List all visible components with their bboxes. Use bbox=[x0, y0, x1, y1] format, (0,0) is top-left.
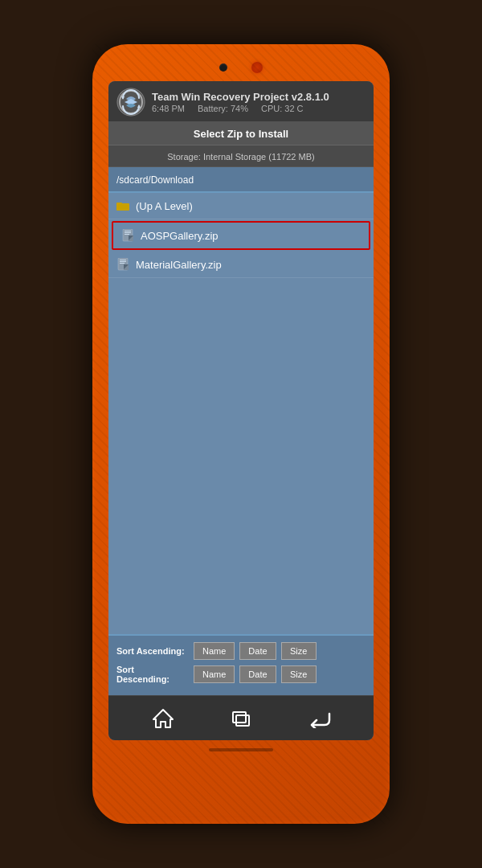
cpu-display: CPU: 32 C bbox=[261, 104, 304, 113]
storage-label: Storage: Internal Storage (11722 MB) bbox=[167, 152, 314, 162]
battery-display: Battery: 74% bbox=[198, 104, 248, 113]
zip-icon bbox=[121, 229, 134, 242]
file-name-material: MaterialGallery.zip bbox=[136, 259, 222, 271]
camera-dot bbox=[219, 63, 227, 72]
twrp-title-block: Team Win Recovery Project v2.8.1.0 6:48 … bbox=[152, 91, 366, 114]
svg-marker-17 bbox=[153, 710, 173, 727]
svg-rect-8 bbox=[125, 234, 129, 235]
zip-icon bbox=[116, 258, 129, 271]
sort-descending-label: Sort Descending: bbox=[116, 665, 189, 684]
file-name-aosp: AOSPGallery.zip bbox=[141, 230, 219, 242]
twrp-header: Team Win Recovery Project v2.8.1.0 6:48 … bbox=[108, 81, 374, 122]
app-name-text: Team Win Recovery Project bbox=[152, 91, 288, 103]
file-list: (Up A Level) AOSPGallery.zip bbox=[108, 193, 374, 634]
current-path: /sdcard/Download bbox=[116, 174, 194, 186]
path-bar: /sdcard/Download bbox=[108, 167, 374, 193]
sort-desc-date-button[interactable]: Date bbox=[239, 665, 276, 683]
sort-area: Sort Ascending: Name Date Size Sort Desc… bbox=[108, 634, 374, 695]
sort-asc-name-button[interactable]: Name bbox=[194, 642, 235, 660]
sort-asc-size-button[interactable]: Size bbox=[281, 642, 317, 660]
storage-bar: Storage: Internal Storage (11722 MB) bbox=[108, 145, 374, 167]
list-item-selected[interactable]: AOSPGallery.zip bbox=[112, 221, 370, 250]
twrp-logo bbox=[116, 88, 145, 117]
twrp-app-title: Team Win Recovery Project v2.8.1.0 bbox=[152, 91, 366, 104]
back-button[interactable] bbox=[303, 702, 335, 735]
sort-asc-date-button[interactable]: Date bbox=[239, 642, 276, 660]
sort-ascending-label: Sort Ascending: bbox=[116, 646, 189, 656]
phone-device: Team Win Recovery Project v2.8.1.0 6:48 … bbox=[92, 44, 390, 824]
home-indicator bbox=[209, 748, 273, 751]
svg-rect-6 bbox=[125, 231, 131, 231]
time-display: 6:48 PM bbox=[152, 104, 185, 113]
phone-bottom-bar bbox=[102, 740, 380, 755]
select-zip-title: Select Zip to Install bbox=[194, 128, 288, 140]
svg-rect-13 bbox=[120, 261, 126, 262]
phone-screen: Team Win Recovery Project v2.8.1.0 6:48 … bbox=[108, 81, 374, 740]
svg-rect-7 bbox=[125, 232, 131, 233]
sort-desc-size-button[interactable]: Size bbox=[281, 665, 317, 683]
svg-rect-14 bbox=[120, 263, 125, 264]
sort-ascending-row: Sort Ascending: Name Date Size bbox=[116, 642, 366, 660]
recents-button[interactable] bbox=[225, 702, 257, 735]
app-version-text: v2.8.1.0 bbox=[292, 91, 329, 103]
sort-descending-row: Sort Descending: Name Date Size bbox=[116, 665, 366, 684]
svg-rect-12 bbox=[120, 260, 126, 260]
select-zip-bar: Select Zip to Install bbox=[108, 122, 374, 145]
home-button[interactable] bbox=[147, 702, 179, 735]
folder-icon bbox=[116, 199, 129, 212]
svg-rect-19 bbox=[236, 715, 249, 726]
file-name-text: (Up A Level) bbox=[136, 200, 193, 212]
twrp-status-bar: 6:48 PM Battery: 74% CPU: 32 C bbox=[152, 104, 366, 113]
phone-top-bar bbox=[102, 59, 380, 81]
sort-desc-name-button[interactable]: Name bbox=[194, 665, 235, 683]
nav-bar bbox=[108, 695, 374, 740]
list-item[interactable]: (Up A Level) bbox=[108, 193, 374, 219]
svg-rect-18 bbox=[233, 712, 246, 723]
speaker-dot bbox=[251, 62, 263, 73]
list-item[interactable]: MaterialGallery.zip bbox=[108, 252, 374, 278]
svg-rect-4 bbox=[116, 203, 122, 205]
